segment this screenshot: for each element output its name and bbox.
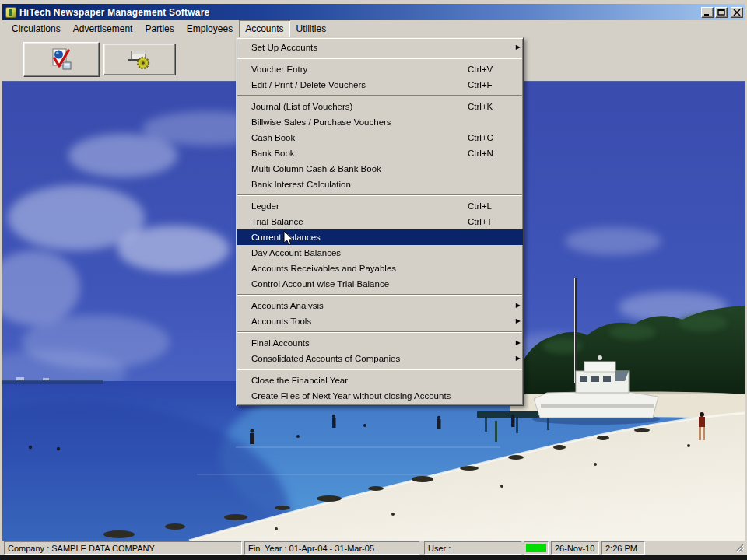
accounts-menu-item-accounts-analysis[interactable]: Accounts Analysis▶ (237, 298, 523, 313)
close-icon (733, 9, 741, 16)
accounts-menu-item-accounts-tools[interactable]: Accounts Tools▶ (237, 313, 523, 329)
accounts-menu-item-voucher-entry[interactable]: Voucher EntryCtrl+V (237, 61, 523, 77)
submenu-arrow-icon: ▶ (516, 351, 521, 366)
menu-item-shortcut: Ctrl+F (468, 77, 493, 93)
menu-separator (237, 369, 522, 370)
menu-item-label: Multi Column Cash & Bank Book (251, 164, 381, 173)
minimize-icon (703, 9, 711, 16)
accounts-menu-item-consolidated-accounts-of-companies[interactable]: Consolidated Accounts of Companies▶ (237, 351, 523, 366)
status-time: 2:26 PM (601, 541, 645, 555)
app-icon (5, 7, 16, 18)
menu-item-shortcut: Ctrl+C (468, 130, 493, 145)
menu-item-label: Bank Book (251, 149, 295, 158)
menu-item-shortcut: Ctrl+N (468, 145, 493, 161)
document-check-icon (50, 47, 73, 72)
status-company: Company : SAMPLE DATA COMPANY (4, 541, 242, 555)
status-user: User : (424, 541, 521, 555)
menu-item-shortcut: Ctrl+V (468, 61, 493, 77)
menu-separator (237, 194, 522, 196)
voucher-entry-toolbar-button[interactable] (23, 42, 100, 77)
status-bar: Company : SAMPLE DATA COMPANY Fin. Year … (2, 541, 745, 555)
submenu-arrow-icon: ▶ (516, 335, 521, 351)
menu-item-label: Accounts Analysis (251, 301, 324, 310)
menu-item-shortcut: Ctrl+T (468, 214, 493, 229)
resize-grip[interactable] (735, 543, 744, 554)
menu-item-label: Day Account Balances (251, 248, 341, 257)
menu-separator (237, 58, 522, 59)
accounts-menu-item-close-the-financial-year[interactable]: Close the Financial Year (237, 373, 523, 388)
menu-item-shortcut: Ctrl+K (468, 99, 493, 114)
accounts-menu-item-control-account-wise-trial-balance[interactable]: Control Account wise Trial Balance (237, 276, 523, 292)
accounts-menu-item-trial-balance[interactable]: Trial BalanceCtrl+T (237, 214, 523, 229)
menu-separator (237, 95, 522, 96)
menu-item-label: Cash Book (251, 133, 295, 142)
exit-toolbar-button[interactable] (103, 44, 176, 75)
accounts-menu-item-set-up-accounts[interactable]: Set Up Accounts▶ (237, 40, 523, 55)
window-bottom-edge (0, 555, 747, 560)
accounts-menu-item-journal-list-of-vouchers[interactable]: Journal (List of Vouchers)Ctrl+K (237, 99, 523, 114)
accounts-menu-item-day-account-balances[interactable]: Day Account Balances (237, 245, 523, 261)
menubar-item-accounts[interactable]: Accounts (239, 20, 289, 37)
close-button[interactable] (731, 7, 743, 18)
accounts-menu-item-cash-book[interactable]: Cash BookCtrl+C (237, 130, 523, 145)
status-led (526, 544, 546, 552)
menu-item-label: Create Files of Next Year without closin… (251, 391, 451, 401)
menu-item-label: Accounts Receivables and Payables (251, 264, 396, 273)
menubar-item-advertisement[interactable]: Advertisement (67, 20, 139, 37)
accounts-menu-item-accounts-receivables-and-payables[interactable]: Accounts Receivables and Payables (237, 261, 523, 276)
menubar-item-employees[interactable]: Employees (181, 20, 239, 37)
menu-item-label: Close the Financial Year (251, 376, 348, 385)
accounts-menu-item-multi-column-cash-bank-book[interactable]: Multi Column Cash & Bank Book (237, 161, 523, 177)
menu-item-label: Bank Interest Calculation (251, 180, 351, 189)
title-bar: HiTech Newspaper Management Software (2, 4, 745, 20)
submenu-arrow-icon: ▶ (516, 313, 521, 329)
menu-item-label: Trial Balance (251, 217, 303, 226)
minimize-button[interactable] (701, 7, 714, 18)
accounts-menu-item-edit-print-delete-vouchers[interactable]: Edit / Print / Delete VouchersCtrl+F (237, 77, 523, 93)
status-fin-year: Fin. Year : 01-Apr-04 - 31-Mar-05 (244, 541, 419, 555)
accounts-menu-item-final-accounts[interactable]: Final Accounts▶ (237, 335, 523, 351)
menu-separator (237, 294, 522, 296)
accounts-menu-item-billwise-sales-purchase-vouchers[interactable]: Billwise Sales / Purchase Vouchers (237, 114, 523, 130)
accounts-menu-item-current-balances[interactable]: Current Balances (237, 229, 523, 245)
menu-item-label: Set Up Accounts (251, 43, 317, 52)
menu-item-label: Legder (251, 201, 279, 211)
menu-item-label: Control Account wise Trial Balance (251, 279, 389, 289)
window-title: HiTech Newspaper Management Software (19, 7, 696, 18)
menubar-item-utilities[interactable]: Utilities (290, 20, 333, 37)
menu-bar: CirculationsAdvertisementPartiesEmployee… (2, 20, 745, 37)
submenu-arrow-icon: ▶ (516, 298, 521, 313)
accounts-menu-item-legder[interactable]: LegderCtrl+L (237, 198, 523, 214)
submenu-arrow-icon: ▶ (516, 40, 521, 55)
menu-item-label: Billwise Sales / Purchase Vouchers (251, 117, 391, 127)
accounts-menu-item-create-files-of-next-year-without-closing-accounts[interactable]: Create Files of Next Year without closin… (237, 388, 523, 404)
menu-item-label: Final Accounts (251, 338, 310, 348)
accounts-menu-item-bank-interest-calculation[interactable]: Bank Interest Calculation (237, 177, 523, 192)
menu-item-label: Voucher Entry (251, 65, 307, 74)
accounts-menu-item-bank-book[interactable]: Bank BookCtrl+N (237, 145, 523, 161)
menu-item-label: Accounts Tools (251, 317, 311, 326)
menu-item-label: Edit / Print / Delete Vouchers (251, 80, 366, 89)
maximize-button[interactable] (715, 7, 728, 18)
menu-item-shortcut: Ctrl+L (468, 198, 492, 214)
menu-item-label: Consolidated Accounts of Companies (251, 354, 400, 363)
window-gear-icon (128, 49, 153, 71)
menu-item-label: Journal (List of Vouchers) (251, 102, 352, 111)
status-indicator-panel (524, 541, 549, 555)
app-window: HiTech Newspaper Management Software Cir… (0, 0, 747, 560)
maximize-icon (717, 9, 725, 16)
menubar-item-parties[interactable]: Parties (139, 20, 180, 37)
menubar-item-circulations[interactable]: Circulations (5, 20, 67, 37)
mouse-cursor (283, 230, 295, 250)
menu-separator (237, 331, 522, 333)
status-date: 26-Nov-10 (551, 541, 599, 555)
accounts-menu: Set Up Accounts▶Voucher EntryCtrl+VEdit … (236, 37, 524, 406)
window-controls (701, 7, 743, 18)
